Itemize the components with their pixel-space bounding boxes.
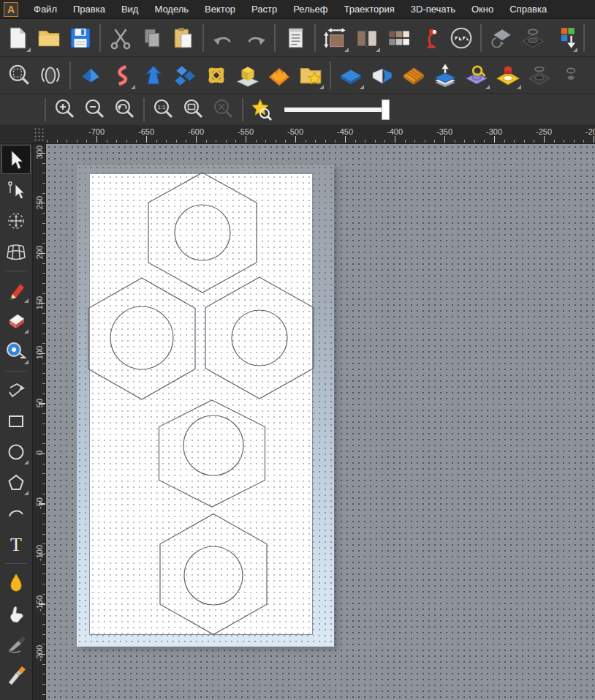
notes-button[interactable] [279, 22, 311, 54]
polygon-tool-button[interactable] [1, 468, 31, 497]
zoom-out-button[interactable] [80, 96, 110, 124]
import-color-layers-button[interactable] [548, 22, 580, 54]
vruler-label: -50 [35, 491, 44, 516]
new-file-button[interactable] [1, 22, 33, 54]
menu-relief[interactable]: Рельеф [285, 4, 336, 15]
flat-plane-button[interactable] [335, 59, 366, 91]
rectangle-tool-button[interactable] [1, 407, 31, 436]
relief-clipart-library-button[interactable] [295, 59, 326, 91]
offset-relief-button[interactable] [517, 22, 548, 54]
flyout-arrow-icon [24, 491, 29, 495]
circle-vector[interactable] [184, 546, 243, 605]
menu-print3d[interactable]: 3D-печать [403, 4, 463, 15]
pour-relief-button[interactable] [485, 22, 517, 54]
fill-tool-button[interactable] [1, 568, 31, 598]
ellipse-tool-button[interactable] [1, 437, 31, 467]
separator [5, 563, 27, 564]
circle-vector[interactable] [175, 205, 230, 260]
menu-help[interactable]: Справка [501, 4, 555, 15]
shape-group-button[interactable] [169, 59, 200, 91]
zoom-objects-button[interactable] [247, 96, 277, 124]
paste-button[interactable] [167, 22, 199, 54]
hexagon-vector[interactable] [205, 277, 314, 399]
copy-button[interactable] [136, 22, 167, 54]
offset-slab-disabled-button[interactable] [523, 59, 555, 91]
knife-tool-button[interactable] [1, 630, 31, 659]
flyout-arrow-icon [24, 298, 29, 303]
wrap-preview-button[interactable] [445, 22, 477, 54]
tool-palette: T [0, 144, 33, 700]
rings-disabled-button[interactable] [555, 59, 586, 91]
separator [314, 24, 316, 52]
mirror-model-button[interactable] [351, 22, 382, 54]
polyline-tool-button[interactable] [1, 376, 31, 405]
menu-raster[interactable]: Растр [243, 4, 285, 15]
redo-button[interactable] [239, 22, 270, 54]
emboss-dome-button[interactable] [492, 59, 523, 91]
weave-wizard-button[interactable] [200, 59, 232, 91]
lighting-button[interactable] [414, 22, 445, 54]
distort-tool-button[interactable] [1, 237, 31, 266]
flyout-arrow-icon [131, 85, 135, 89]
app-logo-icon[interactable]: A [4, 2, 18, 17]
flyout-arrow-icon [573, 48, 577, 52]
material-swatches-button[interactable] [382, 22, 414, 54]
two-rail-sweep-button[interactable] [366, 59, 398, 91]
hruler-label: -650 [138, 127, 154, 136]
eraser-tool-button[interactable] [1, 306, 31, 336]
canvas-2d-view[interactable] [46, 144, 595, 700]
menu-window[interactable]: Окно [463, 4, 501, 15]
pencil-tool-button[interactable] [1, 276, 31, 305]
menu-toolpath[interactable]: Траектория [336, 4, 402, 15]
set-model-size-button[interactable] [319, 22, 351, 54]
menu-edit[interactable]: Правка [65, 4, 113, 15]
raise-relief-button[interactable] [429, 59, 461, 91]
menu-view[interactable]: Вид [113, 4, 147, 15]
smudge-tool-button[interactable] [1, 599, 31, 628]
hexagon-vector[interactable] [160, 514, 267, 635]
select-tool-button[interactable] [1, 145, 31, 174]
node-edit-tool-button[interactable] [1, 176, 31, 205]
arc-tool-button[interactable] [1, 499, 31, 528]
hexagon-vector[interactable] [159, 400, 265, 507]
measure-tool-button[interactable] [1, 337, 31, 366]
shape-pyramid-button[interactable] [75, 59, 106, 91]
zoom-previous-button[interactable] [110, 96, 140, 124]
vector-layer[interactable] [46, 144, 595, 700]
zoom-slider-track[interactable] [284, 108, 382, 112]
separator [274, 24, 276, 52]
circle-vector[interactable] [110, 306, 173, 369]
texture-stripes-button[interactable] [398, 59, 429, 91]
vruler-label: 250 [35, 190, 44, 215]
texture-relief-button[interactable] [263, 59, 295, 91]
zoom-fit-button[interactable] [178, 96, 208, 124]
extrude-block-button[interactable] [232, 59, 263, 91]
menu-file[interactable]: Файл [26, 4, 65, 15]
open-folder-button[interactable] [33, 22, 64, 54]
vertical-ruler[interactable]: 300250200150100500-50-100-150-200 [33, 144, 46, 700]
hexagon-vector[interactable] [148, 173, 257, 293]
menu-vector[interactable]: Вектор [197, 4, 243, 15]
spin-relief-button[interactable] [461, 59, 492, 91]
shape-arrow-button[interactable] [137, 59, 169, 91]
horizontal-ruler[interactable]: -700-650-600-550-500-450-400-350-300-250… [0, 126, 595, 144]
zoom-slider-handle[interactable] [382, 99, 390, 120]
hruler-label: -250 [536, 127, 552, 136]
zoom-in-button[interactable] [50, 96, 80, 124]
hexagon-vector[interactable] [88, 278, 195, 399]
undo-button[interactable] [208, 22, 239, 54]
zoom-slider[interactable] [284, 99, 390, 120]
cut-button[interactable] [105, 22, 136, 54]
circle-vector[interactable] [232, 310, 287, 366]
zoom-box-button[interactable] [3, 59, 34, 91]
rotate-view-button[interactable] [34, 59, 66, 91]
zoom-extents-button[interactable] [208, 96, 238, 124]
menu-model[interactable]: Модель [146, 4, 197, 15]
transform-tool-button[interactable] [1, 206, 31, 236]
chisel-tool-button[interactable] [1, 661, 31, 690]
text-tool-button[interactable]: T [1, 530, 31, 559]
circle-vector[interactable] [183, 415, 243, 475]
sculpt-ribbon-button[interactable] [106, 59, 137, 91]
save-button[interactable] [64, 22, 96, 54]
zoom-1to1-button[interactable]: 1:1 [148, 96, 178, 124]
